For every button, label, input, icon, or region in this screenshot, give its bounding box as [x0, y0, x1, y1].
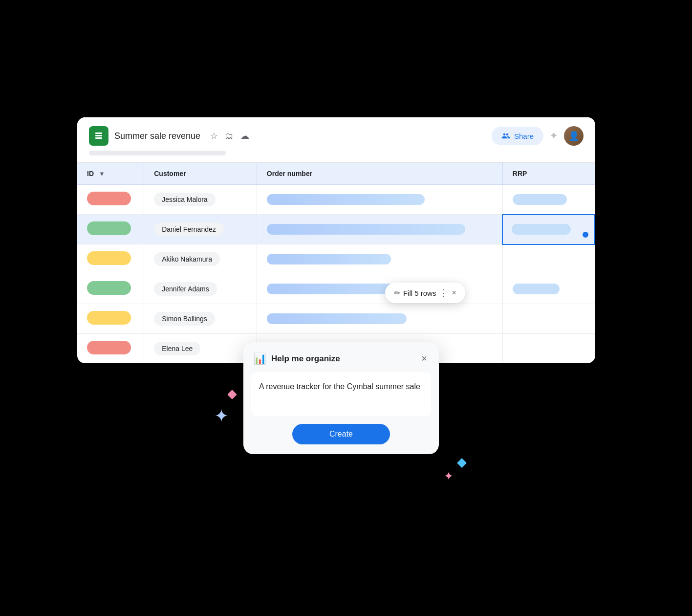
customer-cell: Simon Ballings [144, 304, 257, 334]
rrp-cell [502, 185, 595, 215]
table-row [77, 334, 144, 364]
formula-bar [89, 151, 226, 155]
customer-name: Simon Ballings [154, 312, 215, 326]
table-row [77, 274, 144, 304]
rrp-selected-wrapper [512, 224, 585, 235]
order-cell [257, 244, 502, 274]
sparkle-right-icon: ✦ [444, 469, 454, 483]
hmo-organize-icon: 📊 [253, 352, 266, 365]
table-row [77, 304, 144, 334]
col-header-rrp: RRP [502, 163, 595, 185]
order-cell [257, 185, 502, 215]
customer-name: Elena Lee [154, 342, 200, 355]
col-header-customer: Customer [144, 163, 257, 185]
svg-rect-1 [95, 132, 102, 134]
customer-cell: Daniel Fernandez [144, 215, 257, 244]
customer-name: Jennifer Adams [154, 282, 217, 296]
sparkle-blue-large-icon: ✦ [214, 406, 229, 426]
rrp-cell [502, 334, 595, 364]
table-row [77, 244, 144, 274]
order-cell [257, 215, 502, 244]
customer-cell: Jessica Malora [144, 185, 257, 215]
table-row [77, 215, 144, 244]
filter-icon[interactable]: ▼ [99, 170, 105, 177]
rrp-cell [502, 304, 595, 334]
customer-cell: Elena Lee [144, 334, 257, 364]
cloud-icon[interactable]: ☁ [240, 131, 249, 141]
header-icons: ☆ 🗂 ☁ [210, 131, 249, 141]
fill-rows-tooltip: ✏ Fill 5 rows ⋮ × [385, 283, 465, 303]
customer-cell: Akiko Nakamura [144, 244, 257, 274]
customer-cell: Jennifer Adams [144, 274, 257, 304]
share-label: Share [514, 132, 534, 140]
rrp-cell [502, 215, 595, 244]
svg-rect-3 [95, 137, 102, 139]
fill-rows-label[interactable]: Fill 5 rows [403, 289, 436, 297]
rrp-cell [502, 244, 595, 274]
share-button[interactable]: Share [492, 127, 543, 145]
user-avatar[interactable]: 👤 [564, 126, 584, 146]
order-cell [257, 274, 502, 304]
rrp-cell [502, 274, 595, 304]
spreadsheet-table: ID ▼ Customer Order number RRP Jessica M… [77, 162, 595, 363]
fill-close-icon[interactable]: × [452, 288, 456, 297]
star-icon[interactable]: ☆ [210, 131, 218, 141]
hmo-title-row: 📊 Help me organize [253, 352, 340, 365]
hmo-text-content[interactable]: A revenue tracker for the Cymbal summer … [251, 372, 431, 416]
hmo-body-text: A revenue tracker for the Cymbal summer … [259, 382, 420, 391]
help-me-organize-dialog: 📊 Help me organize × A revenue tracker f… [243, 342, 439, 454]
hmo-title: Help me organize [271, 354, 340, 364]
hmo-header: 📊 Help me organize × [243, 342, 439, 372]
customer-name: Akiko Nakamura [154, 252, 220, 266]
order-cell [257, 304, 502, 334]
ai-sparkle-icon[interactable]: ✦ [549, 130, 558, 142]
fill-pencil-icon: ✏ [394, 288, 400, 298]
folder-icon[interactable]: 🗂 [225, 131, 234, 141]
fill-more-icon[interactable]: ⋮ [439, 287, 448, 298]
sheet-title: Summer sale revenue [114, 131, 200, 141]
col-header-id: ID ▼ [77, 163, 144, 185]
customer-name: Jessica Malora [154, 193, 215, 206]
fill-handle-dot[interactable] [583, 232, 588, 238]
hmo-close-button[interactable]: × [419, 351, 429, 366]
sparkle-diamond-right-icon [457, 458, 467, 468]
hmo-footer: Create [243, 424, 439, 454]
sheet-header: Summer sale revenue ☆ 🗂 ☁ Share ✦ 👤 [77, 117, 595, 151]
sparkle-pink-icon [227, 390, 237, 399]
spreadsheet-card: Summer sale revenue ☆ 🗂 ☁ Share ✦ 👤 [77, 117, 595, 363]
sheets-icon [89, 126, 108, 146]
create-button[interactable]: Create [292, 424, 390, 444]
svg-rect-2 [95, 135, 102, 136]
customer-name: Daniel Fernandez [154, 222, 224, 236]
col-header-order: Order number [257, 163, 502, 185]
table-row [77, 185, 144, 215]
